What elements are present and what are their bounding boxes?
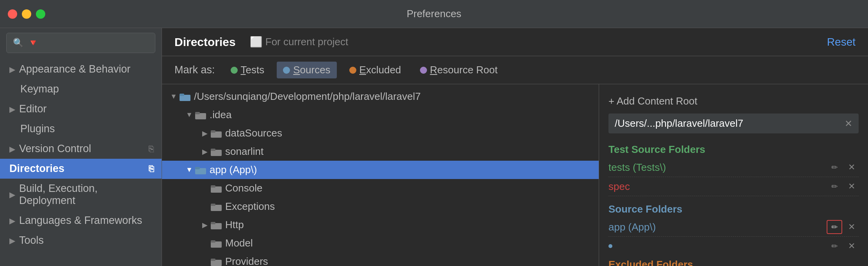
sidebar-item-appearance[interactable]: ▶ Appearance & Behavior xyxy=(0,59,162,79)
tree-item-providers[interactable]: ▶ Providers xyxy=(162,252,599,266)
tree-item-label: Exceptions xyxy=(225,200,275,213)
sidebar-item-languages[interactable]: ▶ Languages & Frameworks xyxy=(0,211,162,231)
tree-item-label: Http xyxy=(225,219,244,231)
sidebar-item-plugins[interactable]: Plugins xyxy=(0,119,162,139)
maximize-button[interactable] xyxy=(36,9,45,19)
titlebar: Preferences xyxy=(0,0,868,28)
tree-arrow-icon: ▶ xyxy=(199,129,210,138)
add-content-root-button[interactable]: + Add Content Root xyxy=(608,92,859,113)
test-entry-spec: spec ✏ ✕ xyxy=(608,177,859,196)
folder-icon xyxy=(195,110,206,120)
sidebar-item-label: Plugins xyxy=(20,123,55,135)
tree-item-sonarlint[interactable]: ▶ sonarlint xyxy=(162,142,599,161)
folder-icon xyxy=(210,202,222,211)
content-title: Directories xyxy=(174,35,236,49)
remove-app-button[interactable]: ✕ xyxy=(845,220,859,234)
mark-sources-button[interactable]: Sources xyxy=(277,62,336,78)
svg-rect-9 xyxy=(195,167,200,169)
tree-item-label: /Users/sunqiang/Development/php/laravel/… xyxy=(194,90,421,103)
file-tree: ▼ /Users/sunqiang/Development/php/larave… xyxy=(162,84,599,266)
source-entry-dot: ✏ ✕ xyxy=(608,237,859,255)
edit-app-button[interactable]: ✏ xyxy=(827,220,842,234)
folder-icon xyxy=(210,129,222,138)
edit-tests-button[interactable]: ✏ xyxy=(827,160,842,174)
tree-item-label: sonarlint xyxy=(225,145,263,158)
sidebar-item-directories[interactable]: Directories ⎘ xyxy=(0,159,162,179)
sidebar-item-version-control[interactable]: ▶ Version Control ⎘ xyxy=(0,139,162,159)
spec-entry-name: spec xyxy=(608,181,827,193)
svg-rect-15 xyxy=(211,222,215,224)
close-button[interactable] xyxy=(8,9,17,19)
svg-rect-1 xyxy=(180,94,184,96)
edit-spec-button[interactable]: ✏ xyxy=(827,179,842,193)
window-title: Preferences xyxy=(407,8,461,20)
mark-as-bar: Mark as: Tests Sources Excluded Resource… xyxy=(162,56,868,84)
tree-item-idea[interactable]: ▼ .idea xyxy=(162,106,599,124)
tree-item-datasources[interactable]: ▶ dataSources xyxy=(162,124,599,142)
folder-icon xyxy=(179,92,191,101)
tree-item-app[interactable]: ▼ app (App\) xyxy=(162,161,599,179)
mark-tests-button[interactable]: Tests xyxy=(224,62,271,78)
tree-item-label: .idea xyxy=(210,109,231,121)
sidebar-item-editor[interactable]: ▶ Editor xyxy=(0,99,162,119)
tree-item-model[interactable]: ▶ Model xyxy=(162,234,599,252)
tests-dot xyxy=(231,67,238,74)
for-current-project[interactable]: ⬜ For current project xyxy=(250,36,348,48)
tree-item-http[interactable]: ▶ Http xyxy=(162,216,599,234)
sidebar-item-keymap[interactable]: Keymap xyxy=(0,79,162,99)
mark-excluded-button[interactable]: Excluded xyxy=(343,62,407,78)
resource-root-label: Resource Root xyxy=(430,64,498,76)
mark-resource-root-button[interactable]: Resource Root xyxy=(414,62,504,78)
svg-rect-5 xyxy=(211,130,215,133)
sidebar: 🔍 🔻 ▶ Appearance & Behavior Keymap ▶ Edi… xyxy=(0,28,162,266)
resource-dot xyxy=(420,67,427,74)
svg-rect-7 xyxy=(211,149,215,151)
arrow-icon: ▶ xyxy=(9,190,15,199)
tree-item-root[interactable]: ▼ /Users/sunqiang/Development/php/larave… xyxy=(162,87,599,106)
copy-icon[interactable]: ⎘ xyxy=(149,144,154,154)
tree-item-label: Console xyxy=(225,182,262,194)
tree-arrow-icon: ▼ xyxy=(184,166,195,174)
svg-rect-3 xyxy=(195,112,200,114)
sidebar-item-label: Build, Execution, Deployment xyxy=(19,183,154,207)
tree-arrow-icon: ▶ xyxy=(199,147,210,156)
source-entry-app: app (App\) ✏ ✕ xyxy=(608,218,859,237)
svg-rect-11 xyxy=(211,185,215,188)
reset-button[interactable]: Reset xyxy=(827,36,856,48)
source-dot-indicator xyxy=(608,244,612,248)
test-source-folders-title: Test Source Folders xyxy=(608,140,859,158)
sidebar-item-tools[interactable]: ▶ Tools xyxy=(0,231,162,250)
svg-rect-19 xyxy=(211,259,215,261)
main-layout: 🔍 🔻 ▶ Appearance & Behavior Keymap ▶ Edi… xyxy=(0,28,868,266)
sidebar-item-build[interactable]: ▶ Build, Execution, Deployment xyxy=(0,179,162,211)
remove-tests-button[interactable]: ✕ xyxy=(845,160,859,174)
tree-arrow-icon: ▼ xyxy=(168,92,179,101)
svg-rect-13 xyxy=(211,204,215,206)
copy-icon[interactable]: ⎘ xyxy=(149,164,154,174)
sidebar-item-label: Languages & Frameworks xyxy=(19,215,142,227)
search-bar[interactable]: 🔍 🔻 xyxy=(6,33,155,53)
source-folders-title: Source Folders xyxy=(608,196,859,218)
sources-dot xyxy=(283,67,290,74)
tree-item-label: dataSources xyxy=(225,127,282,139)
sidebar-item-label: Directories xyxy=(9,163,64,175)
svg-rect-17 xyxy=(211,240,215,243)
remove-dot-button[interactable]: ✕ xyxy=(845,239,859,253)
traffic-lights xyxy=(8,9,45,19)
content-root-path: /Users/...php/laravel/laravel7 ✕ xyxy=(608,113,859,133)
tree-arrow-icon: ▶ xyxy=(199,221,210,229)
excluded-label: Excluded xyxy=(359,64,401,76)
minimize-button[interactable] xyxy=(22,9,31,19)
tree-item-console[interactable]: ▶ Console xyxy=(162,179,599,197)
content-root-path-label: /Users/...php/laravel/laravel7 xyxy=(615,117,743,129)
edit-dot-button[interactable]: ✏ xyxy=(827,239,842,253)
tree-item-label: Model xyxy=(225,237,253,249)
folder-actions: ✏ ✕ xyxy=(827,179,859,193)
folder-icon xyxy=(210,184,222,193)
tree-item-exceptions[interactable]: ▶ Exceptions xyxy=(162,197,599,216)
search-icon: 🔍 xyxy=(13,38,23,48)
remove-spec-button[interactable]: ✕ xyxy=(845,179,859,193)
for-current-project-label: For current project xyxy=(265,36,348,48)
close-path-button[interactable]: ✕ xyxy=(845,118,852,129)
arrow-icon: ▶ xyxy=(9,236,15,245)
